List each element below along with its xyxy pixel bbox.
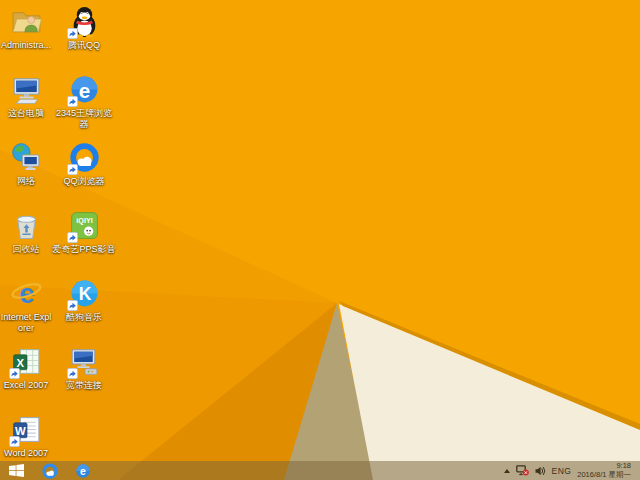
- desktop-icon-label: 爱奇艺PPS影音: [52, 244, 115, 255]
- svg-text:e: e: [80, 465, 86, 477]
- desktop-icon-recycle-bin[interactable]: 回收站: [0, 209, 52, 277]
- shortcut-arrow-icon: [67, 164, 78, 175]
- desktop-icon-label: 酷狗音乐: [66, 312, 102, 323]
- desktop-icon-iqiyi-pps[interactable]: iQIYI 爱奇艺PPS影音: [52, 209, 116, 277]
- svg-text:e: e: [78, 79, 89, 102]
- desktop-icon-excel-2007[interactable]: X Excel 2007: [0, 345, 52, 413]
- network-status-icon[interactable]: [516, 465, 529, 476]
- 2345-browser-icon: e: [68, 73, 101, 106]
- broadband-connection-icon: [68, 345, 101, 378]
- svg-text:W: W: [14, 425, 25, 437]
- system-tray: ENG 9:18 2016/8/1 星期一: [504, 461, 640, 480]
- qq-penguin-icon: [68, 5, 101, 38]
- desktop-icon-label: Word 2007: [4, 448, 48, 459]
- desktop: Administra... 这台电脑: [0, 0, 640, 480]
- recycle-bin-icon: [10, 209, 43, 242]
- shortcut-arrow-icon: [67, 368, 78, 379]
- desktop-icon-label: 网络: [17, 176, 35, 187]
- desktop-icon-label: 腾讯QQ: [68, 40, 100, 51]
- windows-logo-icon: [9, 464, 24, 477]
- qq-browser-icon: [68, 141, 101, 174]
- clock[interactable]: 9:18 2016/8/1 星期一: [577, 462, 631, 479]
- start-button[interactable]: [0, 461, 33, 480]
- desktop-icon-kugou-music[interactable]: K 酷狗音乐: [52, 277, 116, 345]
- language-indicator[interactable]: ENG: [552, 466, 572, 476]
- excel-2007-icon: X: [10, 345, 43, 378]
- shortcut-arrow-icon: [9, 436, 20, 447]
- iqiyi-pps-icon: iQIYI: [68, 209, 101, 242]
- svg-text:iQIYI: iQIYI: [76, 216, 92, 225]
- desktop-icon-column-2: 腾讯QQ e 2345王牌浏览器: [52, 5, 116, 413]
- show-hidden-icons-button[interactable]: [504, 469, 510, 473]
- qq-browser-icon: [42, 463, 58, 479]
- shortcut-arrow-icon: [67, 232, 78, 243]
- desktop-icon-2345-browser[interactable]: e 2345王牌浏览器: [52, 73, 116, 141]
- svg-text:X: X: [16, 357, 24, 369]
- desktop-icon-broadband[interactable]: 宽带连接: [52, 345, 116, 413]
- desktop-icon-tencent-qq[interactable]: 腾讯QQ: [52, 5, 116, 73]
- desktop-icon-administrator[interactable]: Administra...: [0, 5, 52, 73]
- desktop-icon-label: 回收站: [13, 244, 40, 255]
- shortcut-arrow-icon: [9, 368, 20, 379]
- desktop-icon-label: Internet Explorer: [0, 312, 52, 334]
- desktop-icon-network[interactable]: 网络: [0, 141, 52, 209]
- shortcut-arrow-icon: [67, 96, 78, 107]
- kugou-music-icon: K: [68, 277, 101, 310]
- shortcut-arrow-icon: [67, 28, 78, 39]
- volume-icon[interactable]: [535, 466, 546, 476]
- desktop-icon-label: Excel 2007: [4, 380, 49, 391]
- 2345-browser-icon: e: [75, 463, 91, 479]
- desktop-icon-internet-explorer[interactable]: e Internet Explorer: [0, 277, 52, 345]
- internet-explorer-icon: e: [10, 277, 43, 310]
- network-icon: [10, 141, 43, 174]
- desktop-icon-label: QQ浏览器: [63, 176, 104, 187]
- desktop-icon-label: 这台电脑: [8, 108, 44, 119]
- desktop-icon-label: 宽带连接: [66, 380, 102, 391]
- administrator-folder-icon: [10, 5, 43, 38]
- desktop-icon-label: 2345王牌浏览器: [52, 108, 116, 130]
- this-pc-icon: [10, 73, 43, 106]
- desktop-icon-column-1: Administra... 这台电脑: [0, 5, 52, 480]
- desktop-icon-this-pc[interactable]: 这台电脑: [0, 73, 52, 141]
- shortcut-arrow-icon: [67, 300, 78, 311]
- svg-text:K: K: [78, 284, 91, 304]
- desktop-icon-qq-browser[interactable]: QQ浏览器: [52, 141, 116, 209]
- taskbar: e ENG 9:18 2016/: [0, 461, 640, 480]
- clock-date: 2016/8/1 星期一: [577, 471, 631, 480]
- word-2007-icon: W: [10, 413, 43, 446]
- desktop-icon-label: Administra...: [1, 40, 51, 51]
- taskbar-2345-browser-button[interactable]: e: [66, 461, 99, 480]
- taskbar-qq-browser-button[interactable]: [33, 461, 66, 480]
